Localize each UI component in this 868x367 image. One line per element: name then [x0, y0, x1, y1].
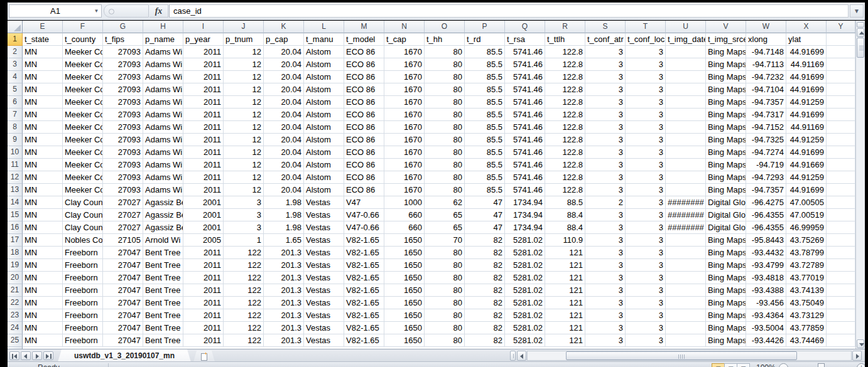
cell-I8[interactable]: 2011: [183, 121, 224, 134]
cell-R11[interactable]: 122.8: [545, 159, 585, 171]
cell-M20[interactable]: V82-1.65: [344, 272, 384, 284]
row-header-3[interactable]: 3: [8, 58, 23, 71]
cell-R4[interactable]: 122.8: [545, 71, 585, 83]
cell-J18[interactable]: 122: [224, 247, 264, 259]
cell-E23[interactable]: MN: [23, 309, 63, 322]
col-header-U[interactable]: U: [666, 21, 706, 33]
cell-T10[interactable]: 3: [626, 146, 666, 159]
cell-J14[interactable]: 3: [224, 196, 264, 209]
cell-K14[interactable]: 1.98: [264, 196, 304, 209]
cell-U18[interactable]: [666, 247, 706, 259]
cell-F14[interactable]: Clay Coun: [63, 196, 103, 209]
cell-P23[interactable]: 82: [465, 309, 505, 322]
cell-N25[interactable]: 1650: [384, 334, 425, 347]
cell-G14[interactable]: 27027: [103, 196, 143, 209]
cell-R9[interactable]: 122.8: [545, 134, 585, 146]
cell-M6[interactable]: ECO 86: [344, 96, 384, 109]
cell-F10[interactable]: Meeker Co: [63, 146, 103, 159]
cell-K22[interactable]: 201.3: [264, 297, 304, 309]
cell-W18[interactable]: -93.4432: [746, 247, 786, 259]
cell-X1[interactable]: ylat: [786, 33, 827, 46]
cell-G12[interactable]: 27093: [103, 171, 143, 184]
cell-T5[interactable]: 3: [626, 83, 666, 96]
cell-H23[interactable]: Bent Tree: [143, 309, 183, 322]
cell-W25[interactable]: -93.4426: [746, 334, 786, 347]
cell-I5[interactable]: 2011: [183, 83, 224, 96]
row-header-13[interactable]: 13: [8, 184, 23, 196]
cell-Y21[interactable]: [827, 284, 855, 297]
row-header-10[interactable]: 10: [8, 146, 23, 159]
cell-K2[interactable]: 20.04: [264, 46, 304, 58]
row-header-17[interactable]: 17: [8, 234, 23, 247]
cell-E1[interactable]: t_state: [23, 33, 63, 46]
cell-J12[interactable]: 12: [224, 171, 264, 184]
cell-O23[interactable]: 80: [425, 309, 465, 322]
cell-U23[interactable]: [666, 309, 706, 322]
cell-E6[interactable]: MN: [23, 96, 63, 109]
cell-Y17[interactable]: [827, 234, 855, 247]
cell-S24[interactable]: 3: [585, 322, 626, 334]
cell-G22[interactable]: 27047: [103, 297, 143, 309]
cell-K7[interactable]: 20.04: [264, 109, 304, 121]
tab-split-handle[interactable]: [510, 351, 516, 361]
cell-O7[interactable]: 80: [425, 109, 465, 121]
name-box[interactable]: A1: [9, 4, 102, 18]
cell-E19[interactable]: MN: [23, 259, 63, 272]
cell-H14[interactable]: Agassiz Be: [143, 196, 183, 209]
cell-G25[interactable]: 27047: [103, 334, 143, 347]
cell-Q8[interactable]: 5741.46: [505, 121, 545, 134]
cell-U19[interactable]: [666, 259, 706, 272]
cell-M4[interactable]: ECO 86: [344, 71, 384, 83]
cell-P5[interactable]: 85.5: [465, 83, 505, 96]
cell-N3[interactable]: 1670: [384, 58, 425, 71]
cell-S3[interactable]: 3: [585, 58, 626, 71]
cell-N10[interactable]: 1670: [384, 146, 425, 159]
col-header-L[interactable]: L: [304, 21, 344, 33]
cell-X21[interactable]: 43.74139: [786, 284, 827, 297]
cell-R20[interactable]: 121: [545, 272, 585, 284]
next-sheet-button[interactable]: [32, 351, 42, 360]
cell-W7[interactable]: -94.7317: [746, 109, 786, 121]
cell-P14[interactable]: 47: [465, 196, 505, 209]
cell-H21[interactable]: Bent Tree: [143, 284, 183, 297]
cell-R13[interactable]: 122.8: [545, 184, 585, 196]
cell-K24[interactable]: 201.3: [264, 322, 304, 334]
cell-G6[interactable]: 27093: [103, 96, 143, 109]
cell-K20[interactable]: 201.3: [264, 272, 304, 284]
cell-M14[interactable]: V47: [344, 196, 384, 209]
cell-L11[interactable]: Alstom: [304, 159, 344, 171]
cell-O9[interactable]: 80: [425, 134, 465, 146]
row-header-11[interactable]: 11: [8, 159, 23, 171]
cell-E5[interactable]: MN: [23, 83, 63, 96]
cell-P12[interactable]: 85.5: [465, 171, 505, 184]
cell-P8[interactable]: 85.5: [465, 121, 505, 134]
col-header-S[interactable]: S: [585, 21, 626, 33]
cell-J11[interactable]: 12: [224, 159, 264, 171]
cell-M24[interactable]: V82-1.65: [344, 322, 384, 334]
cell-R7[interactable]: 122.8: [545, 109, 585, 121]
cell-S15[interactable]: 3: [585, 209, 626, 221]
cell-M13[interactable]: ECO 86: [344, 184, 384, 196]
cell-V6[interactable]: Bing Maps: [706, 96, 746, 109]
cell-Y13[interactable]: [827, 184, 855, 196]
cell-E8[interactable]: MN: [23, 121, 63, 134]
cell-J1[interactable]: p_tnum: [224, 33, 264, 46]
cell-S13[interactable]: 3: [585, 184, 626, 196]
cell-F11[interactable]: Meeker Co: [63, 159, 103, 171]
insert-function-icon[interactable]: fx: [149, 4, 168, 18]
cell-Y15[interactable]: [827, 209, 855, 221]
cell-M18[interactable]: V82-1.65: [344, 247, 384, 259]
cell-H4[interactable]: Adams Wi: [143, 71, 183, 83]
name-box-dropdown-icon[interactable]: ▼: [92, 5, 101, 17]
cell-U21[interactable]: [666, 284, 706, 297]
cell-T24[interactable]: 3: [626, 322, 666, 334]
cell-V15[interactable]: Digital Glo: [706, 209, 746, 221]
cell-I1[interactable]: p_year: [183, 33, 224, 46]
row-header-12[interactable]: 12: [8, 171, 23, 184]
cell-G8[interactable]: 27093: [103, 121, 143, 134]
cell-M21[interactable]: V82-1.65: [344, 284, 384, 297]
cell-V4[interactable]: Bing Maps: [706, 71, 746, 83]
cell-W3[interactable]: -94.7113: [746, 58, 786, 71]
cell-G21[interactable]: 27047: [103, 284, 143, 297]
cell-S17[interactable]: 3: [585, 234, 626, 247]
